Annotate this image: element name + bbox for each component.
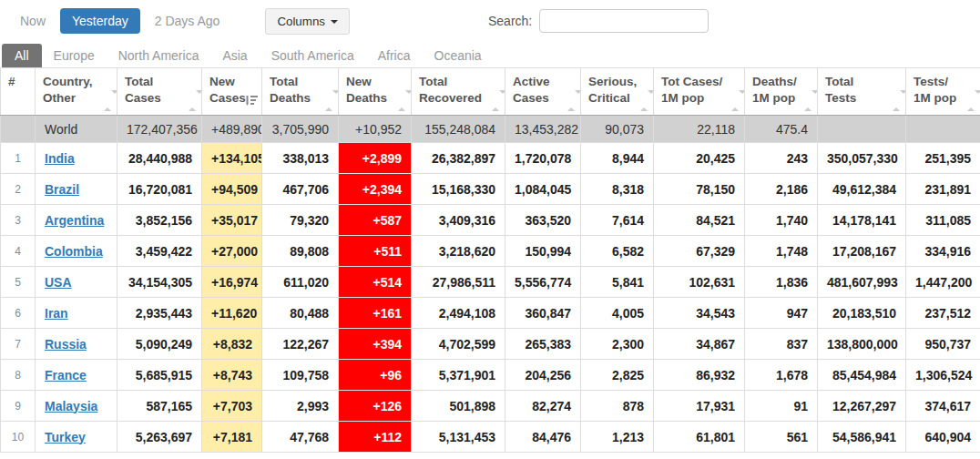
cell-total-recovered: 5,371,901 [412,360,505,391]
cell-active-cases: 82,274 [505,391,581,422]
cell-total-tests: 12,267,297 [818,391,906,422]
header-line: 1M pop [914,90,973,107]
table-row: 3 Argentina 3,852,156 +35,017 79,320 +58… [1,205,980,236]
table-row: 6 Iran 2,935,443 +11,620 80,488 +161 2,4… [1,298,980,329]
row-index: 9 [1,391,36,422]
cell-total-cases: 5,090,249 [117,329,202,360]
region-tab-south-america[interactable]: South America [260,44,366,67]
col-header-total-cases[interactable]: Total Cases [117,68,202,116]
sort-both-icon [640,94,648,107]
cell-new-cases: +7,703 [202,391,262,422]
country-cell: Colombia [36,236,117,267]
cell-new-deaths: +112 [339,422,412,453]
country-link[interactable]: Brazil [45,182,79,197]
row-index: 8 [1,360,36,391]
cell-total-deaths: 80,488 [262,298,339,329]
world-row: World 172,407,356 +489,890 3,705,990 +10… [1,116,980,143]
columns-button-label: Columns [277,15,325,28]
header-line: Serious, [588,74,646,90]
region-tab-africa[interactable]: Africa [366,44,423,67]
col-header-new-deaths[interactable]: New Deaths [339,68,412,116]
country-link[interactable]: Argentina [45,213,104,228]
cell-serious-critical: 2,825 [581,360,654,391]
sort-both-icon [731,94,740,107]
cell-deaths-per-1m: 1,678 [745,360,818,391]
header-line: Critical [588,90,646,107]
cell-tests-per-1m [906,116,980,143]
header-line: Deaths [270,90,331,107]
chevron-down-icon [331,20,338,24]
cell-deaths-per-1m: 475.4 [745,116,818,143]
header-line: # [8,74,27,90]
header-line: New [346,74,403,90]
cell-deaths-per-1m: 837 [745,329,818,360]
country-link[interactable]: India [45,151,75,166]
cell-tests-per-1m: 231,891 [906,174,980,205]
region-tab-oceania[interactable]: Oceania [423,44,494,67]
sort-both-icon [567,94,576,107]
cell-active-cases: 5,556,774 [505,267,581,298]
col-header-country[interactable]: Country, Other [36,68,117,116]
col-header-tests-per-1m[interactable]: Tests/ 1M pop [906,68,980,116]
col-header-rank[interactable]: # [1,68,36,116]
cell-new-cases: +489,890 [202,116,262,143]
col-header-active-cases[interactable]: Active Cases [505,68,581,116]
cell-tests-per-1m: 251,395 [906,143,980,174]
row-index [1,116,36,143]
col-header-new-cases[interactable]: New Cases [202,68,262,116]
region-tab-europe[interactable]: Europe [42,44,107,67]
cell-total-tests: 17,208,167 [818,236,906,267]
country-cell: Russia [36,329,117,360]
cell-total-deaths: 467,706 [262,174,339,205]
time-tab-yesterday[interactable]: Yesterday [60,8,140,34]
cell-total-tests: 14,178,141 [818,205,906,236]
search-input[interactable] [539,9,709,33]
cell-total-deaths: 611,020 [262,267,339,298]
cell-cases-per-1m: 22,118 [654,116,745,143]
col-header-total-recovered[interactable]: Total Recovered [412,68,505,116]
country-cell: France [36,360,117,391]
country-link[interactable]: Colombia [45,244,103,259]
sort-both-icon [492,94,500,107]
cell-total-recovered: 2,494,108 [412,298,505,329]
cell-total-deaths: 79,320 [262,205,339,236]
cell-total-tests: 49,612,384 [818,174,906,205]
sort-descending-icon [246,95,258,108]
country-cell: USA [36,267,117,298]
country-link[interactable]: Iran [45,306,68,321]
row-index: 7 [1,329,36,360]
country-cell: Argentina [36,205,117,236]
sort-both-icon [967,94,975,107]
time-tab-now[interactable]: Now [11,8,55,34]
country-link[interactable]: USA [45,275,72,290]
col-header-deaths-per-1m[interactable]: Deaths/ 1M pop [745,68,818,116]
col-header-total-deaths[interactable]: Total Deaths [262,68,339,116]
country-link[interactable]: Malaysia [45,399,97,413]
cell-active-cases: 1,084,045 [505,174,581,205]
col-header-cases-per-1m[interactable]: Tot Cases/ 1M pop [654,68,745,116]
cell-total-recovered: 27,986,511 [412,267,505,298]
region-tab-north-america[interactable]: North America [107,44,211,67]
time-tab-2-days-ago[interactable]: 2 Days Ago [146,8,230,34]
header-line: Tot Cases/ [661,74,737,90]
cell-new-cases: +8,743 [202,360,262,391]
col-header-serious-critical[interactable]: Serious, Critical [581,68,654,116]
table-row: 1 India 28,440,988 +134,105 338,013 +2,8… [1,143,980,174]
cell-total-deaths: 47,768 [262,422,339,453]
sort-both-icon [804,94,812,107]
col-header-total-tests[interactable]: Total Tests [818,68,906,116]
header-line: Other [43,90,109,107]
cell-active-cases: 150,994 [505,236,581,267]
region-tab-all[interactable]: All [2,44,42,67]
cell-deaths-per-1m: 1,748 [745,236,818,267]
table-row: 4 Colombia 3,459,422 +27,000 89,808 +511… [1,236,980,267]
cell-total-recovered: 5,131,453 [412,422,505,453]
columns-dropdown-button[interactable]: Columns [265,8,350,35]
table-row: 5 USA 34,154,305 +16,974 611,020 +514 27… [1,267,980,298]
header-row: # Country, Other Total Cases New Cases T… [1,68,980,116]
country-link[interactable]: Russia [45,337,87,352]
country-link[interactable]: Turkey [45,430,86,444]
region-tab-asia[interactable]: Asia [210,44,259,67]
country-link[interactable]: France [45,368,87,382]
cell-new-cases: +11,620 [202,298,262,329]
